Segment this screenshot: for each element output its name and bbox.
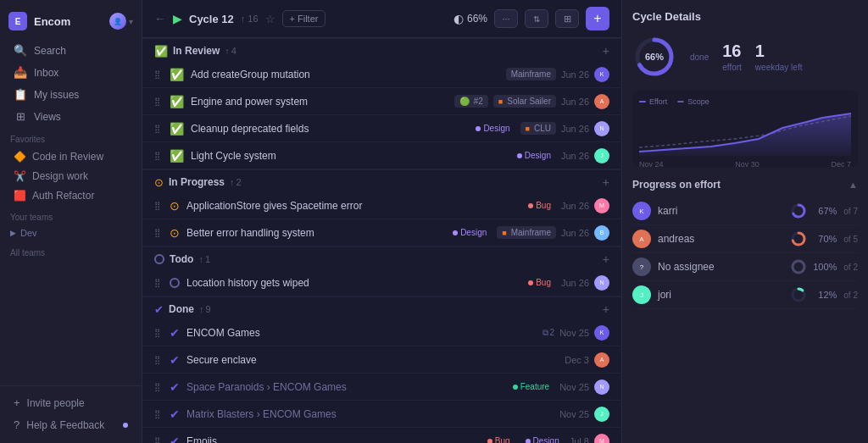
member-of-andreas: of 5 — [843, 235, 858, 244]
add-item-button[interactable]: + — [586, 7, 609, 30]
svg-point-8 — [793, 261, 804, 273]
group-add-button-done[interactable]: + — [603, 302, 609, 316]
parent-label: Matrix Blasters › ENCOM Games — [186, 408, 337, 420]
issue-meta-ir2: 🟢#2 ■Solar Sailer Jun 26 A — [454, 94, 609, 109]
issue-title-d2: Secure enclave — [186, 354, 558, 366]
member-avatar-andreas: A — [632, 230, 651, 248]
tag-color-dot — [513, 385, 518, 390]
member-progress-ring-karri — [791, 203, 806, 219]
team-dev[interactable]: ▶ Dev — [0, 224, 142, 241]
group-status-icon: ✅ — [154, 45, 168, 58]
issue-row-td1[interactable]: ⣿ Location history gets wiped Bug Jun 26… — [142, 269, 621, 296]
issue-title-text: Add createGroup mutation — [191, 69, 310, 80]
cycle-title: Cycle 12 — [189, 13, 234, 25]
more-options-button[interactable]: ··· — [494, 9, 518, 28]
group-count-arrow: ↑ — [198, 254, 203, 264]
issue-title-text: Better error handling system — [186, 227, 314, 239]
issue-title-text: ENCOM Games — [186, 327, 260, 339]
issue-row-d3[interactable]: ⣿ ✔ Space Paranoids › ENCOM Games Featur… — [142, 374, 621, 401]
assignee-avatar-ir1: K — [594, 67, 609, 82]
sidebar-item-search[interactable]: 🔍Search — [3, 40, 138, 61]
issue-row-ir3[interactable]: ⣿ ✅ Cleanup deprecated fields Design ■CL… — [142, 115, 621, 142]
status-done-icon: ✔ — [170, 407, 180, 421]
tag-color-dot — [528, 203, 533, 208]
issue-row-d5[interactable]: ⣿ ✔ Emojis Bug Design Jul 8 M — [142, 428, 621, 443]
member-progress-ring-andreas — [791, 231, 806, 246]
issue-row-d1[interactable]: ⣿ ✔ ENCOM Games ⧉2 Nov 25 K — [142, 319, 621, 346]
sidebar-header: E Encom 👤 ▾ — [0, 7, 142, 36]
group-add-button-in-review[interactable]: + — [603, 44, 609, 58]
tag-label-ir2: 🟢#2 — [454, 95, 488, 108]
member-of-karri: of 7 — [843, 207, 858, 216]
assignee-avatar-d2: A — [594, 352, 609, 368]
count-up-icon: ↑ — [241, 14, 246, 24]
invite-people[interactable]: + Invite people — [3, 392, 138, 413]
filter-button[interactable]: + Filter — [282, 10, 326, 27]
issue-row-d2[interactable]: ⣿ ✔ Secure enclave Dec 3 A — [142, 346, 621, 374]
star-icon[interactable]: ☆ — [265, 13, 275, 25]
user-avatar[interactable]: 👤 — [109, 13, 126, 30]
sidebar-item-views[interactable]: ⊞Views — [3, 106, 138, 127]
filter-sort-button[interactable]: ⇅ — [525, 9, 548, 28]
fav-icon-design-work: ✂️ — [14, 170, 26, 182]
parent-label: Space Paranoids › ENCOM Games — [186, 381, 347, 393]
favorite-design-work[interactable]: ✂️Design work — [3, 167, 138, 186]
group-status-icon: ✔ — [154, 303, 164, 316]
sidebar-item-my-issues[interactable]: 📋My issues — [3, 84, 138, 105]
priority-bar-icon: ⣿ — [154, 436, 163, 443]
progress-sort-icon[interactable]: ▲ — [849, 180, 858, 190]
issue-date-ir4: Jun 26 — [561, 151, 589, 161]
cycle-stats: 66% done 16 effort 1 weekday left — [632, 35, 858, 79]
issue-title-ir4: Light Cycle system — [191, 150, 505, 162]
issue-date-d3: Nov 25 — [559, 382, 589, 392]
chart-legend: Effort Scope — [639, 97, 851, 106]
issue-row-ip1[interactable]: ⣿ ⊙ ApplicationStore gives Spacetime err… — [142, 192, 621, 219]
status-done-icon: ✔ — [170, 435, 180, 444]
help-icon: ? — [14, 418, 19, 431]
group-count-todo: ↑ 1 — [198, 254, 210, 264]
group-count-arrow: ↑ — [199, 304, 204, 314]
priority-bar-icon: ⣿ — [154, 201, 163, 210]
issue-row-ip2[interactable]: ⣿ ⊙ Better error handling system Design … — [142, 219, 621, 246]
fav-label-code-review: Code in Review — [32, 151, 103, 163]
tag2-icon: ■ — [526, 125, 530, 133]
favorite-auth-refactor[interactable]: 🟥Auth Refactor — [3, 186, 138, 205]
chart-dates: Nov 24 Nov 30 Dec 7 — [639, 160, 851, 167]
issue-row-d4[interactable]: ⣿ ✔ Matrix Blasters › ENCOM Games Nov 25… — [142, 401, 621, 428]
nav-label-views: Views — [34, 111, 61, 123]
invite-label: Invite people — [27, 397, 85, 409]
member-progress-ring-no-assignee — [791, 259, 806, 274]
view-toggle-button[interactable]: ⊞ — [555, 9, 579, 28]
issue-title-d5: Emojis — [186, 435, 476, 444]
issue-row-ir1[interactable]: ⣿ ✅ Add createGroup mutation Mainframe J… — [142, 61, 621, 88]
issue-title-ir2: Engine and power system — [191, 96, 448, 108]
tag2-label-ir2: ■Solar Sailer — [493, 95, 556, 108]
fav-icon-code-review: 🔶 — [14, 151, 26, 163]
help-feedback[interactable]: ? Help & Feedback — [3, 414, 138, 435]
assignee-avatar-d5: M — [594, 434, 609, 444]
tag-dot-d5: Bug — [482, 435, 515, 443]
issue-title-text: ApplicationStore gives Spacetime error — [186, 200, 362, 212]
issue-date-ir1: Jun 26 — [561, 69, 589, 80]
team-arrow-icon: ▶ — [10, 229, 16, 237]
priority-bar-icon: ⣿ — [154, 355, 163, 364]
group-add-button-in-progress[interactable]: + — [603, 175, 609, 189]
issue-title-td1: Location history gets wiped — [186, 277, 516, 289]
fav-label-auth-refactor: Auth Refactor — [32, 190, 94, 202]
issue-title-d4: Matrix Blasters › ENCOM Games — [186, 408, 553, 420]
cycle-details-panel: Cycle Details 66% done 16 effort 1 weekd… — [622, 0, 868, 443]
weekday-stat: 1 weekday left — [755, 42, 803, 72]
tag2-label-ir3: ■CLU — [520, 122, 556, 135]
tag-color-dot — [453, 230, 458, 235]
member-of-jori: of 2 — [843, 291, 858, 300]
favorite-code-review[interactable]: 🔶Code in Review — [3, 147, 138, 166]
member-avatar-karri: K — [632, 202, 651, 220]
sidebar-item-inbox[interactable]: 📥Inbox — [3, 62, 138, 83]
issue-meta-ip1: Bug Jun 26 M — [523, 198, 609, 213]
your-teams-label: Your teams — [0, 206, 142, 224]
group-add-button-todo[interactable]: + — [603, 252, 609, 266]
progress-header: Progress on effort ▲ — [632, 179, 858, 191]
issue-row-ir2[interactable]: ⣿ ✅ Engine and power system 🟢#2 ■Solar S… — [142, 88, 621, 115]
issue-row-ir4[interactable]: ⣿ ✅ Light Cycle system Design Jun 26 J — [142, 142, 621, 169]
back-arrow-icon[interactable]: ← — [154, 12, 166, 25]
